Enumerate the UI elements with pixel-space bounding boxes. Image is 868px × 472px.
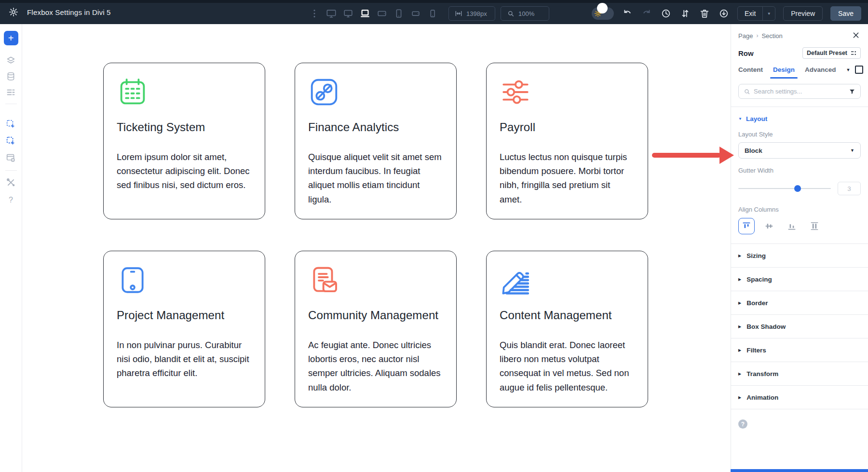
layout-style-select[interactable]: Block	[738, 142, 861, 159]
toggle-knob	[597, 3, 608, 13]
tab-advanced[interactable]: Advanced	[805, 66, 836, 79]
device-laptop-icon[interactable]	[359, 8, 371, 19]
theme-toggle[interactable]	[592, 7, 614, 20]
more-options-dots-icon[interactable]	[309, 8, 320, 19]
layout-style-value: Block	[745, 147, 762, 154]
device-desktop-large-icon[interactable]	[326, 8, 337, 19]
history-clock-icon[interactable]	[660, 8, 672, 19]
section-label: Border	[746, 299, 768, 307]
add-module-button[interactable]: +	[4, 31, 18, 45]
preset-button-label: Default Preset	[807, 50, 847, 56]
section-box-shadow[interactable]: Box Shadow	[731, 315, 868, 338]
card-title: Community Management	[308, 309, 443, 322]
sidebar-divider	[5, 170, 17, 171]
square-outline-icon[interactable]	[855, 66, 863, 74]
wireframe-view-icon[interactable]	[6, 152, 16, 163]
settings-groups-list: Sizing Spacing Border Box Shadow Filters…	[731, 243, 868, 409]
undo-icon[interactable]	[622, 8, 633, 19]
section-transform[interactable]: Transform	[731, 362, 868, 386]
device-desktop-icon[interactable]	[342, 8, 354, 19]
tab-content[interactable]: Content	[738, 66, 763, 79]
select-caret-icon	[850, 148, 854, 153]
align-bottom-button[interactable]	[784, 218, 800, 234]
preset-icon	[851, 50, 856, 56]
breadcrumb-section[interactable]: Section	[761, 32, 782, 40]
settings-gear-icon[interactable]	[8, 6, 19, 18]
card-community-management[interactable]: Community Management Ac feugiat ante. Do…	[295, 251, 457, 407]
default-preset-button[interactable]: Default Preset	[802, 47, 861, 59]
click-edit-icon[interactable]	[6, 135, 16, 146]
card-title: Payroll	[500, 121, 635, 134]
expand-caret-icon	[738, 324, 741, 329]
card-payroll[interactable]: Payroll Luctus lectus non quisque turpis…	[486, 63, 648, 219]
calendar-grid-icon	[117, 76, 149, 108]
layout-group-header[interactable]: Layout	[738, 107, 861, 122]
section-spacing[interactable]: Spacing	[731, 268, 868, 291]
redo-icon[interactable]	[641, 8, 652, 19]
device-tablet-landscape-icon[interactable]	[376, 8, 388, 19]
portability-icon[interactable]	[718, 8, 730, 19]
align-top-button[interactable]	[738, 218, 755, 234]
gutter-width-slider[interactable]	[738, 188, 831, 189]
layout-style-label: Layout Style	[738, 131, 861, 138]
card-content-management[interactable]: Content Management Quis blandit erat. Do…	[486, 251, 648, 407]
zoom-level-input[interactable]: 100%	[501, 6, 549, 21]
gutter-width-input[interactable]	[838, 182, 861, 195]
element-title: Row	[738, 49, 754, 57]
tabs-dropdown-caret-icon[interactable]	[846, 67, 851, 72]
tab-design[interactable]: Design	[773, 66, 795, 79]
section-animation[interactable]: Animation	[731, 386, 868, 409]
preview-button[interactable]: Preview	[783, 6, 823, 21]
sort-arrows-icon[interactable]	[679, 8, 691, 19]
card-body: Ac feugiat ante. Donec ultricies loborti…	[308, 338, 443, 394]
breadcrumb: Page › Section	[738, 24, 861, 40]
section-label: Transform	[746, 370, 778, 378]
section-sizing[interactable]: Sizing	[731, 244, 868, 268]
section-label: Animation	[746, 394, 778, 401]
section-label: Box Shadow	[746, 323, 786, 330]
trash-icon[interactable]	[699, 8, 710, 19]
device-phone-landscape-icon[interactable]	[410, 8, 421, 19]
search-settings-input[interactable]	[754, 88, 845, 95]
exit-caret-icon[interactable]	[762, 7, 775, 20]
help-icon[interactable]: ?	[9, 196, 13, 204]
card-ticketing-system[interactable]: Ticketing System Lorem ipsum dolor sit a…	[103, 63, 265, 219]
align-columns-options	[738, 218, 861, 234]
section-label: Spacing	[746, 276, 772, 283]
click-insert-icon[interactable]	[6, 119, 16, 129]
card-project-management[interactable]: Project Management In non pulvinar purus…	[103, 251, 265, 407]
slider-knob[interactable]	[794, 185, 801, 192]
settings-panel: Page › Section Row Default Preset Conten…	[731, 24, 868, 472]
panel-help-icon[interactable]: ?	[738, 419, 747, 429]
breadcrumb-separator-icon: ›	[756, 32, 758, 39]
save-button[interactable]: Save	[830, 6, 861, 21]
exit-button[interactable]: Exit	[738, 7, 762, 20]
card-body: In non pulvinar purus. Curabitur nisi od…	[117, 338, 252, 380]
database-icon[interactable]	[6, 71, 16, 81]
card-title: Ticketing System	[117, 121, 252, 134]
expand-caret-icon	[738, 301, 741, 305]
linked-circles-icon	[308, 76, 340, 108]
section-border[interactable]: Border	[731, 291, 868, 315]
sidebar-divider	[5, 104, 17, 104]
device-phone-icon[interactable]	[427, 8, 438, 19]
close-icon[interactable]	[852, 31, 861, 40]
expand-caret-icon	[738, 348, 741, 352]
cards-grid: Ticketing System Lorem ipsum dolor sit a…	[103, 63, 648, 407]
magnifier-icon	[507, 10, 515, 17]
align-stretch-button[interactable]	[806, 218, 823, 234]
breadcrumb-page[interactable]: Page	[738, 32, 753, 40]
collapse-caret-icon	[738, 117, 742, 121]
filter-funnel-icon[interactable]	[849, 88, 855, 95]
tools-icon[interactable]	[6, 177, 16, 188]
search-icon	[744, 88, 750, 95]
section-filters[interactable]: Filters	[731, 338, 868, 362]
builder-sidebar: +	[0, 24, 22, 472]
list-view-icon[interactable]	[6, 87, 16, 97]
expand-caret-icon	[738, 254, 741, 258]
viewport-width-input[interactable]: 1398px	[448, 6, 495, 21]
align-center-button[interactable]	[761, 218, 777, 234]
card-finance-analytics[interactable]: Finance Analytics Quisque aliquet velit …	[295, 63, 457, 219]
layers-icon[interactable]	[6, 55, 16, 66]
device-tablet-icon[interactable]	[393, 8, 405, 19]
